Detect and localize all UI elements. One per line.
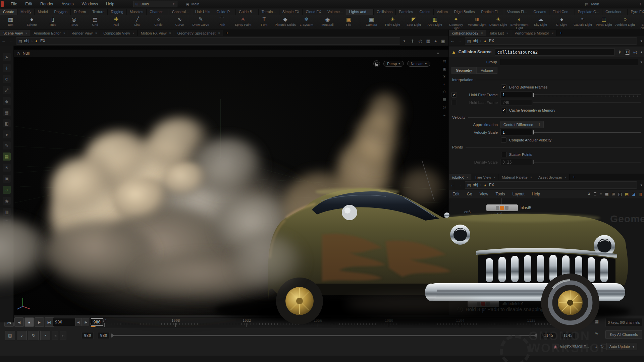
shelf-tab[interactable]: Simple FX [279, 9, 303, 15]
hold-last-frame-slider[interactable] [533, 100, 641, 105]
display-options-icon[interactable]: ▥ [3, 208, 11, 216]
hold-first-frame-field[interactable]: 1 [500, 92, 532, 98]
node-flag[interactable] [500, 206, 504, 210]
info-tool-icon[interactable]: ◉ [3, 197, 11, 205]
breadcrumb-fx[interactable]: ▲ FX [481, 39, 496, 43]
node-attribdelete1[interactable]: attribdelete1 [468, 300, 524, 307]
menu-item[interactable]: Assets [57, 2, 77, 6]
parameter-tab[interactable]: Volume [476, 67, 497, 74]
pane-tab[interactable]: Tree View × [471, 174, 498, 180]
shelf-tool[interactable]: ▣ File [338, 15, 359, 26]
shelf-folder-icon[interactable]: ▥ [639, 192, 642, 196]
group-field[interactable] [500, 59, 638, 65]
new-pane-tab-button[interactable]: + [556, 30, 565, 36]
network-menu-item[interactable]: Help [528, 192, 544, 196]
pane-tab[interactable]: Render View × [68, 30, 100, 36]
view-layout-icon[interactable]: ▤ [443, 59, 446, 63]
wireframe-icon[interactable]: ◇ [443, 89, 446, 94]
menu-item[interactable]: File [7, 2, 21, 6]
current-frame-field[interactable]: 980 [53, 318, 77, 326]
hold-last-frame-field[interactable]: 240 [500, 99, 532, 106]
network-menu-item[interactable]: Tools [492, 192, 509, 196]
shelf-tab[interactable]: Terrain... [259, 9, 279, 15]
node-blast5[interactable]: blast5 [486, 204, 531, 211]
shelf-tab[interactable]: Constrai... [169, 9, 192, 15]
cache-geometry-checkbox[interactable]: ✔ [501, 108, 506, 113]
playback-range-bar[interactable] [111, 334, 537, 337]
shelf-tab[interactable]: Pyro FX [628, 9, 644, 15]
shelf-tab[interactable]: Muscles [127, 9, 147, 15]
breadcrumb-fx[interactable]: ▲ FX [481, 183, 496, 187]
sphere-link-icon[interactable]: ● [434, 39, 437, 44]
pane-tab[interactable]: /obj/FX × [449, 174, 471, 180]
camera-tool-icon[interactable]: ▣ [3, 175, 11, 183]
breadcrumb-fx[interactable]: ▲ FX [33, 39, 47, 43]
shelf-tab[interactable]: Oceans [530, 9, 549, 15]
cook-op-path[interactable]: /obj/FX/SMOKE... [560, 345, 592, 349]
pane-tab[interactable]: Geometry Spreadsheet × [174, 30, 223, 36]
shelf-tab[interactable]: Model [35, 9, 51, 15]
lighting-icon[interactable]: ☀ [443, 74, 446, 79]
tab-close-icon[interactable]: × [132, 32, 134, 35]
shelf-tab[interactable]: Rigid Bodies [451, 9, 478, 15]
group-dropdown-caret[interactable]: ▾ [638, 60, 644, 64]
pose-tool-icon[interactable]: ◆ [3, 97, 11, 105]
tab-close-icon[interactable]: × [481, 32, 483, 35]
shelf-tool[interactable]: ╱ Line [127, 15, 148, 26]
shelf-tab[interactable]: Container... [602, 9, 628, 15]
path-dropdown-caret[interactable]: ▾ [638, 39, 644, 43]
shelf-tool[interactable]: ◫ Stereo Camera [636, 15, 644, 30]
paint-tool-icon[interactable]: ✎ [3, 141, 11, 149]
scatter-points-checkbox[interactable] [501, 152, 506, 157]
prev-key-button[interactable]: |◀ [52, 331, 58, 340]
audio-icon[interactable]: ♪ [17, 331, 27, 340]
camera-lock-icon[interactable] [373, 60, 380, 67]
path-field[interactable]: ▤ obj › ▲ FX [465, 37, 637, 45]
gear-icon[interactable]: ✳ [618, 50, 622, 55]
shelf-tool[interactable]: ○ Ambient Light [614, 15, 636, 26]
play-backward-button[interactable]: ◀ [14, 317, 24, 327]
pane-tab[interactable]: collisionsource2 × [449, 30, 486, 36]
path-dropdown-caret[interactable]: ▾ [638, 183, 644, 187]
shelf-tool[interactable]: ◆ Platonic Solids [275, 15, 296, 26]
follow-playback-icon[interactable]: ▤ [5, 331, 15, 340]
select-tool-icon[interactable]: ➤ [3, 53, 11, 61]
camera-view-icon[interactable]: ▣ [443, 67, 446, 71]
global-range-start-field[interactable]: 980 [82, 332, 94, 339]
node-body[interactable] [486, 204, 518, 211]
snapshot-icon[interactable]: ◎ [443, 105, 446, 109]
shelf-tab[interactable]: Populate C... [575, 9, 603, 15]
grid-layout-icon[interactable]: ▦ [605, 192, 608, 196]
shelf-tool[interactable]: ◐ Environment Light [509, 15, 530, 30]
viewport-menu-grip-icon[interactable]: ≡ [437, 51, 439, 55]
geometry-tool-icon[interactable]: ◧ [3, 119, 11, 127]
snap-tool-icon[interactable]: ▦ [3, 108, 11, 116]
playback-range-end-field[interactable]: 1145 [541, 332, 556, 339]
density-scale-slider[interactable] [533, 160, 641, 165]
shelf-tab[interactable]: Fluid Con... [549, 9, 575, 15]
shelf-tool[interactable]: ⌒ Path [211, 15, 232, 26]
network-box-icon[interactable]: ◪ [632, 192, 635, 196]
shelf-tab[interactable]: Modify [17, 9, 35, 15]
playback-range-start-field[interactable]: 980 [98, 332, 110, 339]
cube-icon[interactable]: ▦ [426, 39, 430, 44]
back-button[interactable]: ← [449, 39, 456, 44]
parameter-tab[interactable]: Geometry [451, 67, 476, 74]
velocity-scale-slider[interactable] [533, 130, 641, 135]
pane-tab[interactable]: Scene View × [0, 30, 30, 36]
pane-tab[interactable]: Take List × [486, 30, 512, 36]
hold-first-frame-slider[interactable] [533, 93, 641, 97]
shelf-tab[interactable]: Vellum [434, 9, 451, 15]
viewport-menu-icon[interactable]: ≡ [443, 113, 445, 117]
tab-close-icon[interactable]: × [25, 32, 27, 35]
timeline[interactable]: 984100810321056108011041128 980 [90, 317, 580, 328]
shelf-tool[interactable]: ● Sphere [21, 15, 42, 26]
tab-close-icon[interactable]: × [467, 176, 468, 179]
new-pane-tab-button[interactable]: + [570, 174, 578, 180]
tree-list-icon[interactable]: Ξ [594, 192, 596, 196]
shelf-tool[interactable]: ▣ Camera [361, 15, 382, 26]
step-back-button[interactable]: ◀| [75, 318, 82, 326]
scale-tool-icon[interactable]: ⤢ [3, 86, 11, 94]
shelf-tool[interactable]: T Font [254, 15, 275, 26]
tab-close-icon[interactable]: × [494, 176, 495, 179]
